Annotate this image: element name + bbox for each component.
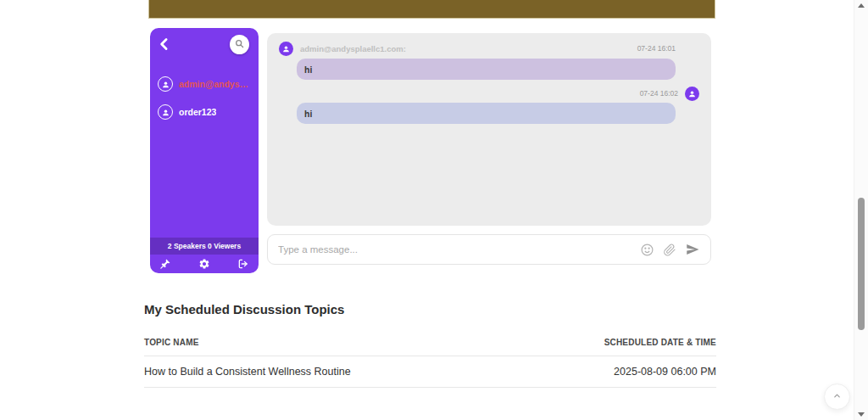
topic-datetime: 2025-08-09 06:00 PM (614, 366, 716, 378)
message-input-bar (267, 234, 711, 265)
message-header: 07-24 16:02 (279, 86, 699, 101)
user-name: order123 (179, 107, 216, 117)
table-header: TOPIC NAME SCHEDULED DATE & TIME (144, 338, 716, 356)
user-avatar-icon (685, 87, 699, 101)
scrollbar-thumb[interactable] (858, 198, 865, 330)
pin-icon[interactable] (159, 258, 171, 270)
table-row: How to Build a Consistent Wellness Routi… (144, 356, 716, 387)
chat-messages-panel: admin@andysplaellc1.com: 07-24 16:01 hi … (267, 33, 711, 226)
sidebar-user-order123[interactable]: order123 (158, 104, 253, 120)
search-button[interactable] (230, 35, 249, 54)
chevron-up-icon (832, 389, 843, 405)
column-topic-name: TOPIC NAME (144, 338, 199, 347)
scrollbar-down-arrow-icon[interactable] (858, 412, 865, 417)
topic-name: How to Build a Consistent Wellness Routi… (144, 366, 351, 378)
message-input[interactable] (278, 244, 632, 255)
emoji-icon[interactable] (640, 243, 654, 257)
user-name: admin@andysplaellc1.com (179, 79, 253, 89)
message-bubble: hi (297, 59, 676, 80)
message-timestamp: 07-24 16:02 (640, 89, 678, 98)
send-icon[interactable] (685, 242, 700, 257)
logout-icon[interactable] (237, 258, 249, 270)
gear-icon[interactable] (198, 258, 210, 270)
speakers-viewers-status: 2 Speakers 0 Viewers (150, 238, 259, 255)
page: admin@andysplaellc1.com order123 2 Speak… (0, 0, 868, 420)
column-scheduled-datetime: SCHEDULED DATE & TIME (604, 338, 716, 347)
page-scrollbar[interactable] (854, 0, 868, 420)
section-title: My Scheduled Discussion Topics (144, 302, 716, 316)
user-avatar-icon (158, 76, 173, 92)
sidebar-footer (150, 255, 259, 273)
message-author: admin@andysplaellc1.com: (300, 44, 406, 53)
message-header: admin@andysplaellc1.com: 07-24 16:01 (279, 41, 699, 56)
back-button[interactable] (156, 36, 173, 53)
user-avatar-icon (279, 42, 293, 56)
chevron-left-icon (156, 41, 173, 55)
sidebar-user-admin[interactable]: admin@andysplaellc1.com (158, 76, 253, 92)
message-bubble: hi (297, 103, 676, 124)
top-banner (148, 0, 715, 19)
scrollbar-up-arrow-icon[interactable] (858, 3, 865, 8)
scroll-to-top-button[interactable] (824, 384, 850, 410)
search-icon (234, 37, 245, 53)
message-timestamp: 07-24 16:01 (637, 44, 699, 53)
user-avatar-icon (158, 104, 173, 120)
divider (144, 387, 716, 388)
chat-sidebar: admin@andysplaellc1.com order123 2 Speak… (150, 28, 259, 273)
paperclip-icon[interactable] (663, 243, 676, 256)
scheduled-topics-section: My Scheduled Discussion Topics TOPIC NAM… (144, 302, 716, 388)
